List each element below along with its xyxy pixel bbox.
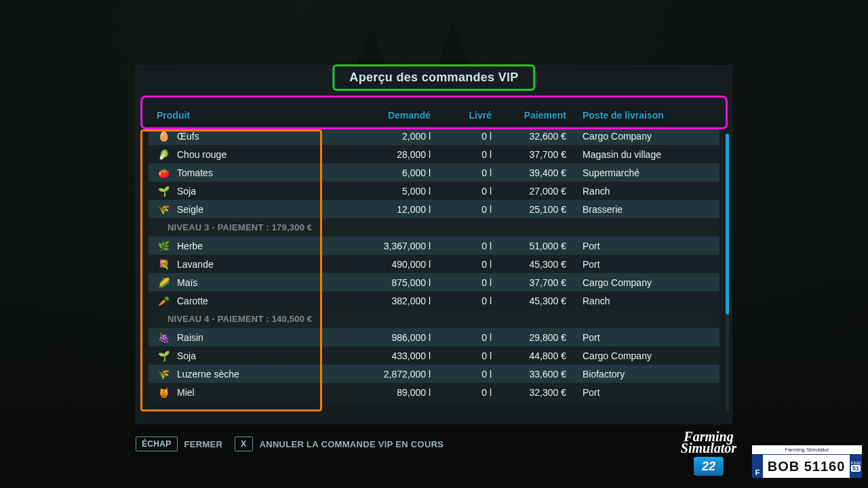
cell-payment: 37,700 € [492, 277, 566, 288]
product-icon: 🌿 [157, 239, 170, 253]
cell-demand: 12,000 l [349, 204, 431, 215]
cell-destination: Supermarché [566, 167, 715, 178]
table-row[interactable]: 🌾Luzerne sèche2,872,000 l0 l33,600 €Biof… [149, 365, 719, 383]
cell-demand: 986,000 l [349, 332, 431, 343]
cell-demand: 433,000 l [349, 350, 431, 361]
license-plate: Farming Simulator F BOB 51160 FS22 51 [751, 445, 863, 479]
level-section-header: NIVEAU 4 - PAIEMENT : 140,500 € [149, 310, 719, 328]
cell-delivered: 0 l [431, 149, 492, 160]
table-row[interactable]: 🥕Carotte382,000 l0 l45,300 €Ranch [149, 291, 719, 310]
header-product[interactable]: Produit [153, 110, 349, 121]
cancel-order-button[interactable]: X ANNULER LA COMMANDE VIP EN COURS [235, 436, 443, 451]
table-row[interactable]: 🌽Maïs875,000 l0 l37,700 €Cargo Company [149, 273, 719, 291]
plate-text: BOB 51160 [763, 455, 850, 478]
level-section-header: NIVEAU 3 - PAIEMENT : 179,300 € [149, 218, 719, 237]
cell-payment: 39,400 € [492, 167, 566, 178]
table-row[interactable]: 🥚Œufs2,000 l0 l32,600 €Cargo Company [149, 127, 719, 145]
cell-destination: Brasserie [566, 204, 715, 215]
plate-top-text: Farming Simulator [785, 447, 829, 453]
table-row[interactable]: 🌿Herbe3,367,000 l0 l51,000 €Port [149, 237, 719, 255]
product-name: Raisin [177, 332, 203, 343]
cell-delivered: 0 l [431, 296, 492, 306]
header-payment[interactable]: Paiement [492, 110, 566, 121]
cell-destination: Ranch [566, 296, 715, 306]
product-icon: 🌱 [157, 349, 170, 363]
product-icon: 🍅 [157, 166, 170, 180]
cell-destination: Magasin du village [566, 149, 715, 160]
close-button[interactable]: ÉCHAP FERMER [136, 436, 222, 451]
cell-delivered: 0 l [431, 131, 492, 142]
product-name: Seigle [177, 204, 203, 215]
cell-destination: Port [566, 259, 715, 270]
cell-payment: 44,800 € [492, 350, 566, 361]
cell-payment: 25,100 € [492, 204, 566, 215]
table-row[interactable]: 🌱Soja433,000 l0 l44,800 €Cargo Company [149, 346, 719, 365]
panel-title-highlight: Aperçu des commandes VIP [332, 64, 535, 91]
table-row[interactable]: 💐Lavande490,000 l0 l45,300 €Port [149, 255, 719, 273]
cell-destination: Biofactory [566, 369, 715, 380]
cell-destination: Port [566, 241, 715, 251]
cell-payment: 32,600 € [492, 131, 566, 142]
cell-delivered: 0 l [431, 204, 492, 215]
cell-delivered: 0 l [431, 387, 492, 398]
scrollbar-track[interactable] [726, 134, 729, 411]
product-icon: 🌾 [157, 367, 170, 381]
cell-demand: 28,000 l [349, 149, 431, 160]
orders-table: Produit Demandé Livré Paiement Poste de … [149, 106, 719, 413]
game-logo: Farming Simulator 22 [671, 431, 746, 476]
product-name: Lavande [177, 259, 214, 270]
product-name: Maïs [177, 277, 197, 288]
cell-payment: 51,000 € [492, 241, 566, 251]
cell-payment: 29,800 € [492, 332, 566, 343]
plate-country: F [752, 455, 763, 478]
cell-demand: 875,000 l [349, 277, 431, 288]
cell-payment: 32,300 € [492, 387, 566, 398]
product-icon: 🍯 [157, 386, 170, 399]
scrollbar-thumb[interactable] [726, 134, 729, 314]
cell-delivered: 0 l [431, 186, 492, 197]
plate-flag-icon [755, 447, 763, 453]
header-destination[interactable]: Poste de livraison [566, 110, 715, 121]
cell-delivered: 0 l [431, 241, 492, 251]
cell-destination: Ranch [566, 186, 715, 197]
table-row[interactable]: 🥬Chou rouge28,000 l0 l37,700 €Magasin du… [149, 145, 719, 163]
close-label: FERMER [184, 439, 223, 449]
cell-delivered: 0 l [431, 332, 492, 343]
header-demand[interactable]: Demandé [349, 110, 431, 121]
product-name: Œufs [177, 131, 199, 142]
cell-demand: 490,000 l [349, 259, 431, 270]
cell-delivered: 0 l [431, 369, 492, 380]
cell-payment: 33,600 € [492, 369, 566, 380]
plate-top: Farming Simulator [752, 445, 862, 455]
product-icon: 🥬 [157, 148, 170, 161]
cell-destination: Port [566, 387, 715, 398]
cell-demand: 6,000 l [349, 167, 431, 178]
product-icon: 🍇 [157, 331, 170, 344]
product-icon: 🥚 [157, 129, 170, 143]
product-name: Chou rouge [177, 149, 226, 160]
product-icon: 🌽 [157, 276, 170, 289]
cell-payment: 45,300 € [492, 259, 566, 270]
cell-delivered: 0 l [431, 167, 492, 178]
table-row[interactable]: 🍅Tomates6,000 l0 l39,400 €Supermarché [149, 163, 719, 182]
footer-bar: ÉCHAP FERMER X ANNULER LA COMMANDE VIP E… [136, 431, 732, 457]
cell-payment: 27,000 € [492, 186, 566, 197]
cell-demand: 382,000 l [349, 296, 431, 306]
table-row[interactable]: 🌱Soja5,000 l0 l27,000 €Ranch [149, 182, 719, 200]
cell-demand: 3,367,000 l [349, 241, 431, 251]
cell-demand: 5,000 l [349, 186, 431, 197]
table-row[interactable]: 🍇Raisin986,000 l0 l29,800 €Port [149, 328, 719, 346]
header-delivered[interactable]: Livré [431, 110, 492, 121]
cell-demand: 2,000 l [349, 131, 431, 142]
product-name: Herbe [177, 241, 203, 251]
table-row[interactable]: 🌾Seigle12,000 l0 l25,100 €Brasserie [149, 200, 719, 218]
cell-destination: Port [566, 332, 715, 343]
cell-destination: Cargo Company [566, 277, 715, 288]
cell-payment: 45,300 € [492, 296, 566, 306]
product-name: Miel [177, 387, 195, 398]
cell-destination: Cargo Company [566, 131, 715, 142]
table-row[interactable]: 🍯Miel89,000 l0 l32,300 €Port [149, 383, 719, 401]
product-icon: 🌱 [157, 184, 170, 198]
plate-region: FS22 51 [850, 455, 862, 478]
table-header: Produit Demandé Livré Paiement Poste de … [149, 106, 719, 127]
